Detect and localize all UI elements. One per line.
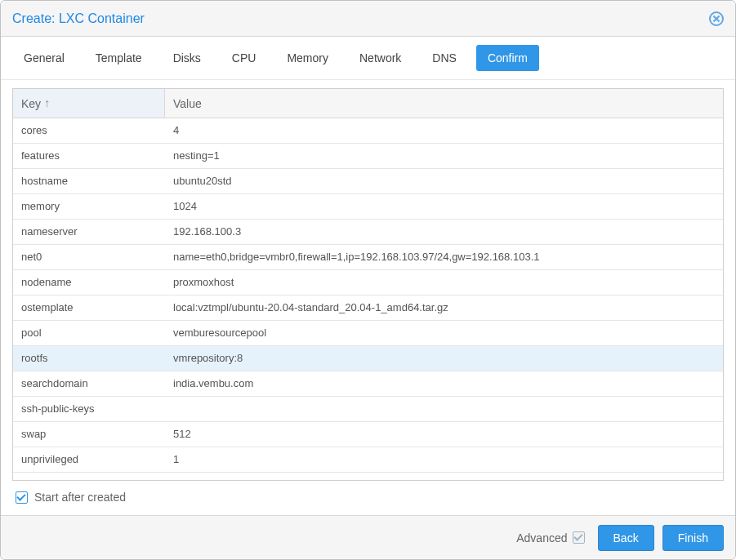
back-button[interactable]: Back — [598, 525, 654, 551]
tab-cpu[interactable]: CPU — [221, 45, 268, 71]
cell-key: searchdomain — [13, 371, 165, 396]
tab-confirm[interactable]: Confirm — [476, 45, 539, 71]
cell-value: vemburesourcepool — [165, 321, 723, 345]
cell-key: nodename — [13, 270, 165, 295]
table-row[interactable]: ostemplatelocal:vztmpl/ubuntu-20.04-stan… — [13, 296, 723, 321]
tab-template[interactable]: Template — [84, 45, 154, 71]
cell-value: 512 — [165, 422, 723, 447]
column-header-key-label: Key — [21, 97, 41, 110]
tab-network[interactable]: Network — [348, 45, 413, 71]
dialog-title: Create: LXC Container — [12, 11, 145, 26]
tab-general[interactable]: General — [12, 45, 76, 71]
grid-header: Key ↑ Value — [13, 89, 723, 118]
cell-key: nameserver — [13, 220, 165, 244]
cell-value: 1 — [165, 447, 723, 472]
column-header-value-label: Value — [173, 97, 202, 110]
cell-value: 192.168.100.3 — [165, 220, 723, 244]
table-row[interactable]: net0name=eth0,bridge=vmbr0,firewall=1,ip… — [13, 245, 723, 270]
cell-value: ubuntu20std — [165, 169, 723, 193]
start-after-label: Start after created — [34, 491, 126, 504]
cell-key: rootfs — [13, 346, 165, 371]
cell-value: local:vztmpl/ubuntu-20.04-standard_20.04… — [165, 296, 723, 320]
sort-asc-icon: ↑ — [44, 96, 50, 109]
footer-bar: Advanced Back Finish — [1, 515, 735, 559]
finish-button[interactable]: Finish — [662, 525, 724, 551]
cell-key: hostname — [13, 169, 165, 193]
tab-disks[interactable]: Disks — [162, 45, 212, 71]
close-icon[interactable] — [709, 11, 724, 26]
table-row[interactable]: nodenameproxmoxhost — [13, 270, 723, 296]
table-row[interactable]: memory1024 — [13, 194, 723, 220]
cell-key: pool — [13, 321, 165, 345]
start-after-row: Start after created — [12, 481, 724, 507]
dialog-body: Key ↑ Value cores4featuresnesting=1hostn… — [1, 80, 735, 515]
table-row[interactable]: featuresnesting=1 — [13, 144, 723, 169]
cell-value: name=eth0,bridge=vmbr0,firewall=1,ip=192… — [165, 245, 723, 269]
table-row[interactable]: poolvemburesourcepool — [13, 321, 723, 346]
cell-value — [165, 397, 723, 421]
summary-grid: Key ↑ Value cores4featuresnesting=1hostn… — [12, 88, 724, 481]
cell-key: features — [13, 144, 165, 168]
cell-key: cores — [13, 118, 165, 143]
advanced-toggle[interactable]: Advanced — [516, 531, 584, 544]
table-row[interactable]: unprivileged1 — [13, 447, 723, 473]
grid-body[interactable]: cores4featuresnesting=1hostnameubuntu20s… — [13, 118, 723, 480]
dialog-window: Create: LXC Container GeneralTemplateDis… — [0, 0, 736, 560]
cell-key: swap — [13, 422, 165, 447]
titlebar: Create: LXC Container — [1, 1, 735, 37]
table-row[interactable]: swap512 — [13, 422, 723, 447]
cell-key: memory — [13, 194, 165, 219]
tab-dns[interactable]: DNS — [421, 45, 468, 71]
advanced-label: Advanced — [516, 531, 567, 544]
column-header-key[interactable]: Key ↑ — [13, 89, 165, 118]
cell-value: nesting=1 — [165, 144, 723, 168]
cell-key: ostemplate — [13, 296, 165, 320]
cell-key: ssh-public-keys — [13, 397, 165, 421]
column-header-value[interactable]: Value — [165, 89, 723, 118]
tab-strip: GeneralTemplateDisksCPUMemoryNetworkDNSC… — [1, 37, 735, 80]
table-row[interactable]: cores4 — [13, 118, 723, 144]
cell-key: net0 — [13, 245, 165, 269]
table-row[interactable]: searchdomainindia.vembu.com — [13, 371, 723, 397]
table-row[interactable]: rootfsvmrepository:8 — [13, 346, 723, 371]
table-row[interactable]: hostnameubuntu20std — [13, 169, 723, 194]
cell-key: unprivileged — [13, 447, 165, 472]
cell-value: india.vembu.com — [165, 371, 723, 396]
cell-value: vmrepository:8 — [165, 346, 723, 371]
table-row[interactable]: nameserver192.168.100.3 — [13, 220, 723, 245]
cell-value: 4 — [165, 118, 723, 143]
cell-value: 1024 — [165, 194, 723, 219]
tab-memory[interactable]: Memory — [275, 45, 340, 71]
advanced-checkbox[interactable] — [573, 531, 585, 544]
start-after-checkbox[interactable] — [16, 491, 28, 504]
table-row[interactable]: ssh-public-keys — [13, 397, 723, 422]
cell-value: proxmoxhost — [165, 270, 723, 295]
